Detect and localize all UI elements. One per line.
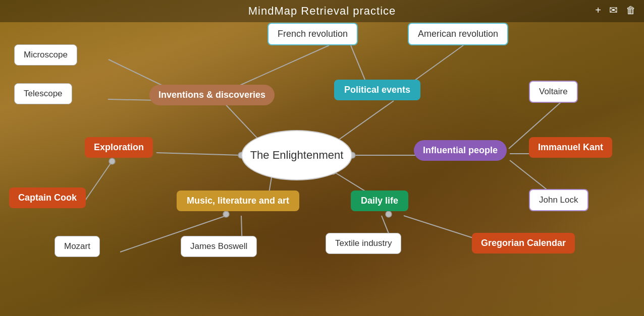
page-title: MindMap Retrieval practice — [248, 5, 396, 18]
node-voltaire[interactable]: Voltaire — [529, 81, 578, 103]
node-immanuel-kant[interactable]: Immanuel Kant — [529, 137, 612, 158]
node-telescope[interactable]: Telescope — [14, 83, 72, 104]
node-french-revolution[interactable]: French revolution — [267, 23, 358, 45]
node-music[interactable]: Music, literature and art — [177, 191, 299, 211]
trash-icon[interactable]: 🗑 — [626, 5, 636, 16]
plus-icon[interactable]: + — [595, 5, 601, 16]
node-james-boswell[interactable]: James Boswell — [181, 236, 257, 257]
node-captain-cook[interactable]: Captain Cook — [9, 187, 86, 208]
node-american-revolution[interactable]: American revolution — [408, 23, 508, 45]
node-influential[interactable]: Influential people — [414, 140, 507, 161]
node-exploration[interactable]: Exploration — [85, 137, 153, 158]
node-john-lock[interactable]: John Lock — [529, 189, 588, 211]
node-inventions[interactable]: Inventions & discoveries — [149, 85, 275, 105]
node-political[interactable]: Political events — [334, 80, 420, 100]
node-mozart[interactable]: Mozart — [55, 236, 100, 257]
node-enlightenment[interactable]: The Enlightenment — [241, 130, 352, 180]
node-textile-industry[interactable]: Textile industry — [326, 233, 401, 254]
node-daily-life[interactable]: Daily life — [351, 191, 408, 211]
header-bar: MindMap Retrieval practice + ✉ 🗑 — [0, 0, 644, 22]
mail-icon[interactable]: ✉ — [609, 4, 618, 16]
node-microscope[interactable]: Microscope — [14, 44, 77, 66]
node-gregorian-calendar[interactable]: Gregorian Calendar — [472, 233, 575, 254]
